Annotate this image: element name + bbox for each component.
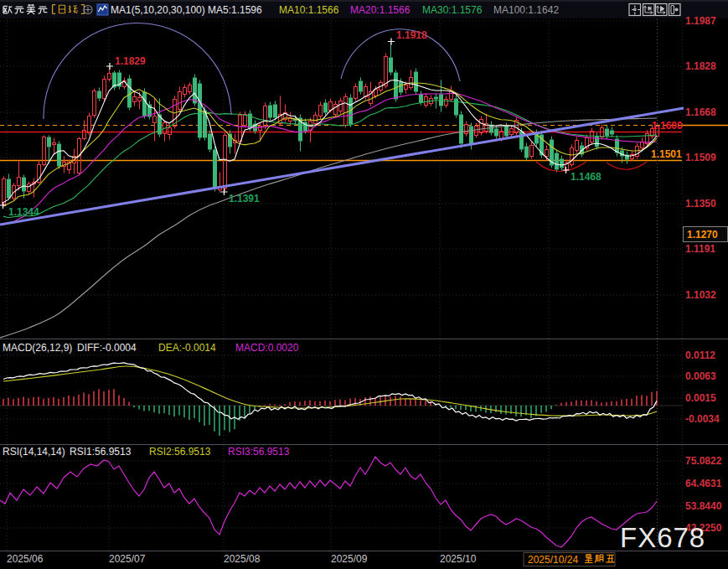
svg-text:64.4631: 64.4631 xyxy=(685,478,722,489)
svg-text:1.1600: 1.1600 xyxy=(652,120,683,132)
svg-text:MA30:1.1576: MA30:1.1576 xyxy=(422,4,483,16)
svg-text:1.1191: 1.1191 xyxy=(685,243,715,255)
svg-text:DEA:-0.0014: DEA:-0.0014 xyxy=(158,342,216,354)
svg-text:1.1509: 1.1509 xyxy=(685,152,716,163)
svg-text:53.8440: 53.8440 xyxy=(685,500,722,512)
svg-text:RSI2:56.9513: RSI2:56.9513 xyxy=(149,446,211,458)
svg-text:DIFF:-0.0004: DIFF:-0.0004 xyxy=(77,342,137,354)
svg-text:2025/07: 2025/07 xyxy=(109,553,146,565)
svg-text:2025/06: 2025/06 xyxy=(7,553,44,565)
svg-text:0.0112: 0.0112 xyxy=(685,349,715,361)
svg-text:2025/09: 2025/09 xyxy=(331,553,368,565)
svg-text:1.1918: 1.1918 xyxy=(396,29,427,41)
svg-text:MA100:1.1642: MA100:1.1642 xyxy=(493,4,559,16)
svg-text:MACD(26,12,9): MACD(26,12,9) xyxy=(3,342,72,354)
svg-text:0.0063: 0.0063 xyxy=(685,370,716,382)
svg-text:2025/08: 2025/08 xyxy=(224,553,261,565)
svg-text:MA1(5,10,20,30,100): MA1(5,10,20,30,100) xyxy=(111,4,205,16)
svg-text:2025/10/24: 2025/10/24 xyxy=(528,554,578,566)
svg-text:FX678: FX678 xyxy=(620,522,705,553)
svg-text:RSI(14,14,14): RSI(14,14,14) xyxy=(3,446,65,458)
svg-text:RSI1:56.9513: RSI1:56.9513 xyxy=(70,446,132,458)
svg-text:1.1270: 1.1270 xyxy=(687,229,718,241)
svg-text:1.1501: 1.1501 xyxy=(651,148,682,160)
svg-text:-0.0034: -0.0034 xyxy=(685,413,720,425)
svg-text:MA5:1.1596: MA5:1.1596 xyxy=(208,4,262,16)
svg-text:1.1828: 1.1828 xyxy=(685,60,716,72)
svg-text:1.1032: 1.1032 xyxy=(685,289,716,301)
svg-text:MA10:1.1566: MA10:1.1566 xyxy=(279,4,339,16)
svg-text:RSI3:56.9513: RSI3:56.9513 xyxy=(228,446,290,458)
svg-text:1.1350: 1.1350 xyxy=(685,198,716,209)
svg-text:1.1829: 1.1829 xyxy=(115,55,146,67)
svg-text:1.1391: 1.1391 xyxy=(229,193,260,204)
svg-text:1.1668: 1.1668 xyxy=(685,106,716,118)
svg-text:75.0822: 75.0822 xyxy=(685,455,722,467)
svg-text:1.1344: 1.1344 xyxy=(8,206,39,218)
svg-text:2025/10: 2025/10 xyxy=(440,553,477,565)
svg-text:MACD:0.0020: MACD:0.0020 xyxy=(235,342,299,354)
svg-text:MA20:1.1566: MA20:1.1566 xyxy=(350,4,410,16)
svg-text:1.1987: 1.1987 xyxy=(685,15,716,27)
svg-text:0.0015: 0.0015 xyxy=(685,392,716,404)
svg-text:1.1468: 1.1468 xyxy=(571,171,602,183)
